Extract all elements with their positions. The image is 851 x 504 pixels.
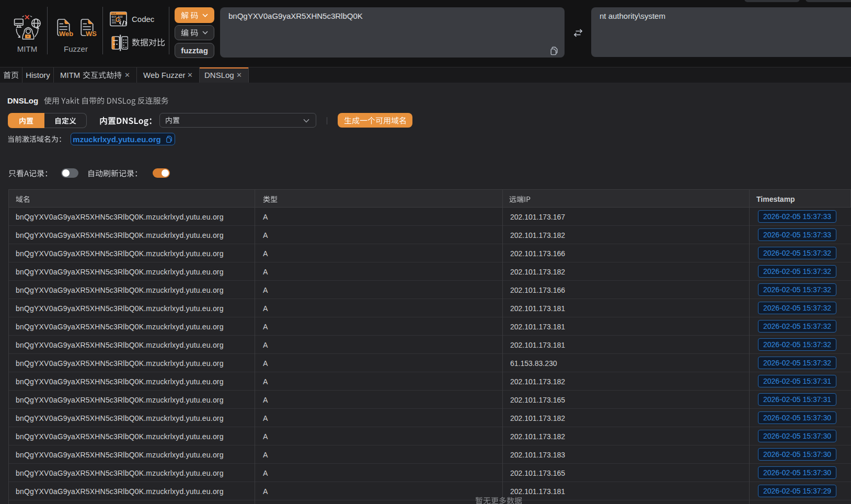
svg-text:C: C (116, 16, 121, 24)
